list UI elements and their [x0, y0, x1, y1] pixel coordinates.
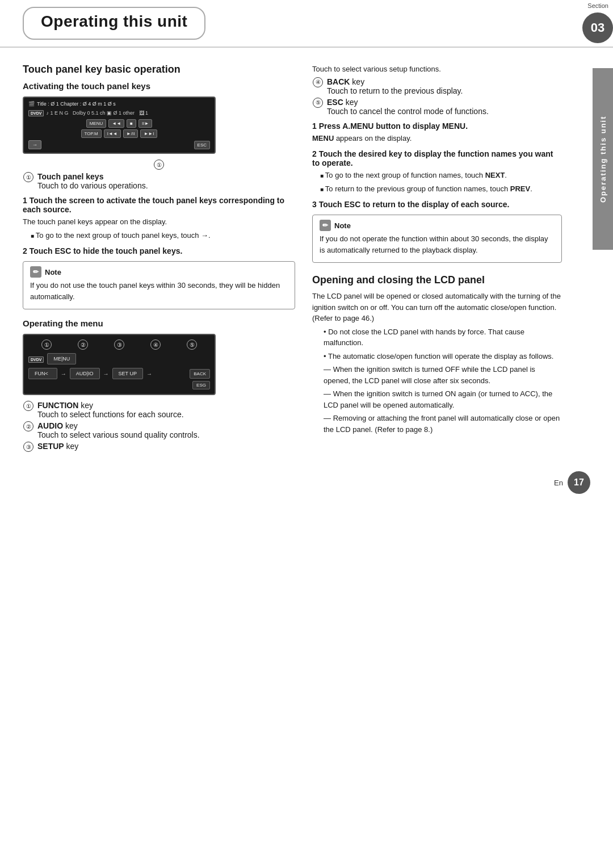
rew-btn[interactable]: ◄◄	[108, 119, 124, 128]
back-circle: ④	[313, 77, 323, 87]
func-btn[interactable]: FUN<	[28, 368, 57, 379]
caption1-item: ① Touch panel keys Touch to do various o…	[23, 172, 295, 190]
caption1-circle: ①	[23, 172, 33, 182]
menu-numbers-row: ① ② ③ ④ ⑤	[28, 339, 210, 350]
audio-circle: ②	[23, 421, 33, 431]
audio-bold: AUDIO	[37, 421, 63, 430]
func-arrow: →	[60, 371, 68, 377]
device-screen-1: 🎬 Title : Ø 1 Chapter : Ø 4 Ø m 1 Ø s DV…	[23, 97, 216, 154]
note-header-2: ✏ Note	[320, 220, 555, 231]
playpause-btn[interactable]: ►/II	[123, 129, 138, 138]
device-title-info: Title : Ø 1 Chapter : Ø 4 Ø m 1 Ø s	[37, 101, 116, 107]
lcd-bullet-1: Do not close the LCD panel with hands by…	[324, 326, 562, 349]
step1-heading: 1 Touch the screen to activate the touch…	[23, 196, 295, 214]
menu-appears: appears on the display.	[334, 134, 412, 142]
menu-buttons-row: FUN< → AUD|IO → SET UP → BACK	[28, 368, 210, 379]
menu-num-5: ⑤	[187, 339, 197, 350]
side-label: Operating this unit	[593, 68, 613, 250]
back-btn[interactable]: BACK	[190, 369, 210, 379]
right-column: Touch to select various setup functions.…	[312, 53, 590, 454]
esc-bottom-btn[interactable]: ESG	[192, 381, 210, 389]
touch-panel-h2: Touch panel key basic operation	[23, 64, 295, 76]
note-icon-1: ✏	[30, 266, 41, 278]
section-badge: 03	[582, 12, 613, 43]
func-text: key	[78, 401, 93, 410]
footer: En 17	[0, 466, 613, 500]
menu-key-setup: ③ SETUP key	[23, 442, 295, 452]
note-box-1: ✏ Note If you do not use the touch panel…	[23, 261, 295, 309]
device-buttons-row2: TOP.M I◄◄ ►/II ►►I	[28, 129, 210, 138]
device-buttons-row1: MENU ◄◄ ■ II►	[28, 119, 210, 128]
right-step2-heading: 2 Touch the desired key to display the f…	[312, 149, 562, 167]
stop-btn[interactable]: ■	[127, 119, 136, 128]
menu-device: ① ② ③ ④ ⑤ DVDV ME|NU FUN< → AUD|IO → SET…	[23, 334, 216, 395]
menu-key-items: ① FUNCTION key Touch to select functions…	[23, 401, 295, 452]
device-caption: ①	[23, 160, 295, 170]
esc-desc: Touch to cancel the control mode of func…	[327, 107, 489, 116]
note2-text: If you do not operate the function withi…	[320, 233, 555, 255]
audio-desc: Touch to select various sound quality co…	[37, 430, 200, 439]
audio-arrow: →	[102, 371, 110, 377]
arrow-right-btn[interactable]: →	[28, 140, 41, 149]
func-bold: FUNCTION	[37, 401, 78, 410]
menu-menu-btn[interactable]: ME|NU	[47, 353, 76, 364]
activating-h3: Activating the touch panel keys	[23, 81, 295, 91]
main-content: Touch panel key basic operation Activati…	[0, 53, 613, 454]
setup-bold: SETUP	[37, 442, 64, 451]
menu-h3: Operating the menu	[23, 318, 295, 328]
lcd-dash-1: When the ignition switch is turned OFF w…	[324, 364, 562, 386]
lcd-bullet-2: The automatic close/open function will o…	[324, 351, 562, 362]
menu-num-3: ③	[114, 339, 124, 350]
esc-key-item: ⑤ ESC key Touch to cancel the control mo…	[312, 98, 562, 116]
step2-bullet2: To return to the previous group of funct…	[320, 183, 562, 195]
setup-circle: ③	[23, 442, 33, 452]
lcd-dash-3: Removing or attaching the front panel wi…	[324, 413, 562, 435]
note-box-2: ✏ Note If you do not operate the functio…	[312, 215, 562, 263]
setup-arrow: →	[145, 371, 153, 377]
back-desc: Touch to return to the previous display.	[327, 86, 463, 95]
menu-num-4: ④	[150, 339, 161, 350]
caption1-desc: Touch to do various operations.	[37, 181, 148, 190]
menu-key-func: ① FUNCTION key Touch to select functions…	[23, 401, 295, 419]
lcd-dash-2: When the ignition switch is turned ON ag…	[324, 388, 562, 410]
lcd-intro: The LCD panel will be opened or closed a…	[312, 291, 562, 324]
right-step3-heading: 3 Touch ESC to return to the display of …	[312, 200, 562, 209]
setup-text: key	[64, 442, 79, 451]
esc-circle: ⑤	[313, 98, 323, 108]
step2-heading: 2 Touch ESC to hide the touch panel keys…	[23, 246, 295, 255]
esc-text: key	[343, 98, 358, 107]
lcd-h2: Opening and closing the LCD panel	[312, 274, 562, 286]
ffw-btn[interactable]: II►	[138, 119, 152, 128]
caption1-text: Touch panel keys	[37, 172, 103, 181]
back-key-item: ④ BACK key Touch to return to the previo…	[312, 77, 562, 95]
topm-btn[interactable]: TOP.M	[81, 129, 102, 138]
en-label: En	[554, 479, 563, 487]
esc-btn[interactable]: ESC	[194, 141, 210, 149]
section-label: Section	[587, 0, 613, 9]
func-desc: Touch to select functions for each sourc…	[37, 410, 184, 419]
menu-dvdv: DVDV	[28, 357, 44, 363]
left-column: Touch panel key basic operation Activati…	[23, 53, 295, 454]
back-bold: BACK	[327, 77, 350, 86]
step1-bullet: To go to the next group of touch panel k…	[31, 230, 295, 241]
device-top-row: 🎬 Title : Ø 1 Chapter : Ø 4 Ø m 1 Ø s	[28, 101, 210, 107]
func-circle: ①	[23, 401, 33, 411]
step2-bullet1: To go to the next group of function name…	[320, 170, 562, 181]
next-btn[interactable]: ►►I	[140, 129, 157, 138]
note-icon-2: ✏	[320, 220, 331, 231]
setup-btn[interactable]: SET UP	[112, 368, 143, 379]
device-audio-info: ♪ 1 E N G Dolby 0 5.1 ch ▣ Ø 1 other 🖼 1	[46, 110, 148, 116]
audio-text: key	[63, 421, 78, 430]
menu-btn[interactable]: MENU	[86, 119, 107, 128]
prev-btn[interactable]: I◄◄	[104, 129, 121, 138]
page-title: Operating this unit	[23, 7, 205, 40]
back-text: key	[350, 77, 364, 86]
note-header-1: ✏ Note	[30, 266, 288, 278]
menu-num-2: ②	[78, 339, 88, 350]
menu-top-row: DVDV ME|NU	[28, 353, 210, 364]
page-number: 17	[568, 471, 590, 494]
menu-num-1: ①	[41, 339, 52, 350]
menu-key-audio: ② AUDIO key Touch to select various soun…	[23, 421, 295, 439]
audio-btn[interactable]: AUD|IO	[70, 368, 100, 379]
step1-text: The touch panel keys appear on the displ…	[23, 216, 295, 228]
